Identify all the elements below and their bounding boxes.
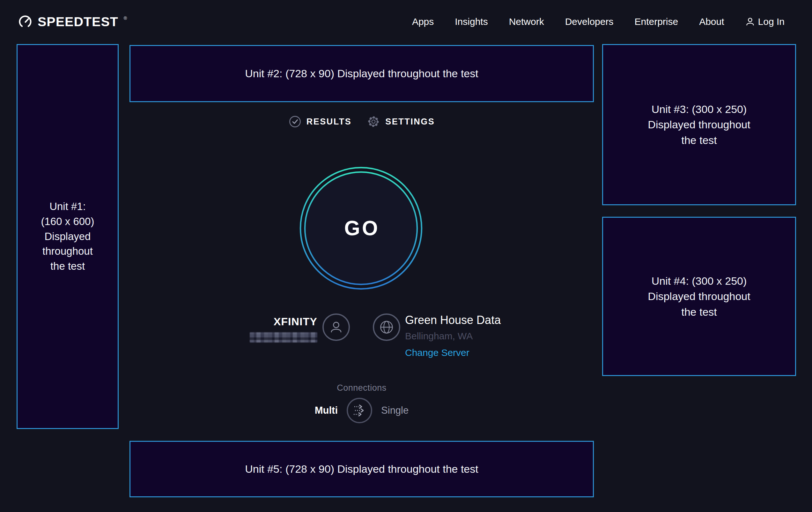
- connection-info: XFINITY Green House Data Bellingham, WA …: [129, 314, 594, 371]
- isp-person-icon: [322, 314, 350, 341]
- server-block: Green House Data Bellingham, WA Change S…: [405, 314, 501, 358]
- speedtest-page: SPEEDTEST ® Apps Insights Network Develo…: [0, 0, 812, 512]
- logo-trademark: ®: [124, 16, 127, 21]
- toggle-option-multi[interactable]: Multi: [315, 405, 338, 416]
- nav-item-developers[interactable]: Developers: [565, 16, 614, 27]
- toggle-option-single[interactable]: Single: [381, 405, 409, 416]
- nav-item-network[interactable]: Network: [509, 16, 544, 27]
- connections-label: Connections: [129, 383, 594, 393]
- gauge-icon: [18, 14, 33, 29]
- logo-text: SPEEDTEST: [38, 15, 118, 29]
- isp-block: XFINITY: [250, 315, 317, 343]
- check-circle-icon: [289, 115, 301, 128]
- tab-settings[interactable]: SETTINGS: [367, 115, 435, 128]
- ad-unit-1[interactable]: Unit #1: (160 x 600) Displayed throughou…: [17, 44, 119, 429]
- tab-settings-label: SETTINGS: [385, 117, 435, 127]
- tab-results-label: RESULTS: [307, 117, 352, 127]
- main-nav: Apps Insights Network Developers Enterpr…: [412, 16, 785, 27]
- isp-name: XFINITY: [250, 315, 317, 328]
- ip-address-redacted: [250, 332, 317, 343]
- go-button[interactable]: GO: [299, 167, 423, 290]
- gear-icon: [367, 115, 380, 128]
- nav-item-enterprise[interactable]: Enterprise: [634, 16, 678, 27]
- change-server-link[interactable]: Change Server: [405, 347, 469, 358]
- top-nav-bar: SPEEDTEST ® Apps Insights Network Develo…: [0, 0, 812, 44]
- login-button[interactable]: Log In: [745, 16, 785, 27]
- tab-results[interactable]: RESULTS: [289, 115, 352, 128]
- multi-arrows-icon[interactable]: [347, 398, 372, 423]
- ad-unit-4[interactable]: Unit #4: (300 x 250) Displayed throughou…: [602, 217, 796, 376]
- speedtest-logo[interactable]: SPEEDTEST ®: [18, 14, 127, 29]
- nav-item-apps[interactable]: Apps: [412, 16, 434, 27]
- connections-toggle: Multi Single: [129, 398, 594, 423]
- login-label: Log In: [758, 16, 785, 27]
- ad-unit-3[interactable]: Unit #3: (300 x 250) Displayed throughou…: [602, 44, 796, 205]
- nav-item-about[interactable]: About: [699, 16, 724, 27]
- nav-item-insights[interactable]: Insights: [455, 16, 488, 27]
- server-globe-icon: [373, 314, 400, 341]
- view-tabs: RESULTS SETTINGS: [129, 115, 594, 128]
- go-label: GO: [299, 167, 423, 290]
- ad-unit-5[interactable]: Unit #5: (728 x 90) Displayed throughout…: [129, 441, 594, 497]
- person-icon: [745, 17, 755, 26]
- ad-unit-2[interactable]: Unit #2: (728 x 90) Displayed throughout…: [129, 45, 594, 102]
- server-location: Bellingham, WA: [405, 331, 501, 342]
- server-name: Green House Data: [405, 314, 501, 327]
